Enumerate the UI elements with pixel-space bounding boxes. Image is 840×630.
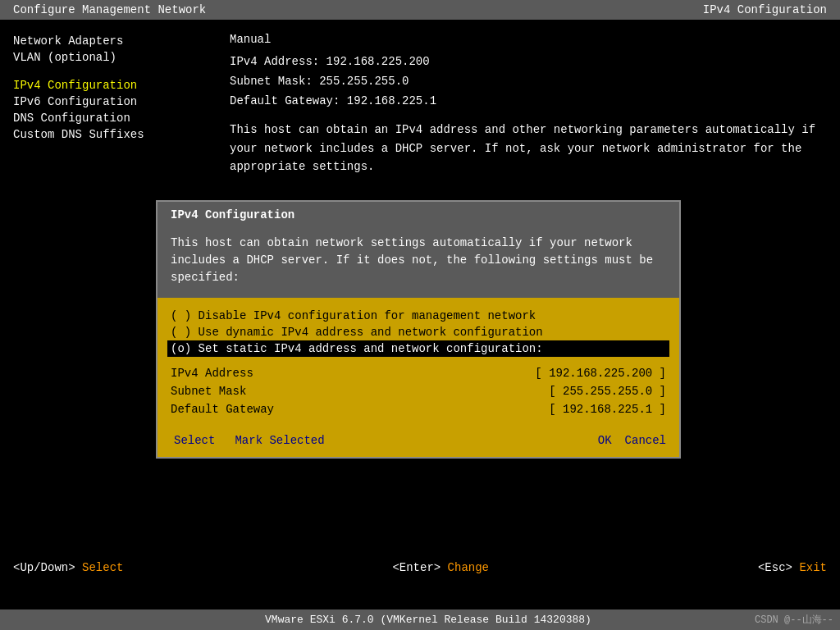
top-bar: Configure Management Network IPv4 Config… — [0, 0, 840, 20]
option-static[interactable]: (o) Set static IPv4 address and network … — [167, 340, 669, 357]
mark-selected-label: Mark Selected — [235, 434, 324, 447]
field-gateway: Default Gateway [ 192.168.225.1 ] — [171, 401, 666, 418]
option-dynamic[interactable]: ( ) Use dynamic IPv4 address and network… — [171, 324, 666, 340]
ok-label[interactable]: OK — [598, 434, 612, 447]
bottom-change-action: Change — [448, 561, 489, 574]
bottom-esc-key: <Esc> — [758, 561, 792, 574]
menu-item-ipv4-config[interactable]: IPv4 Configuration — [13, 77, 226, 94]
right-panel: Manual IPv4 Address: 192.168.225.200 Sub… — [230, 33, 827, 176]
ipv4-address-info: IPv4 Address: 192.168.225.200 — [230, 52, 827, 72]
ipv4-config-dialog: IPv4 Configuration This host can obtain … — [156, 200, 681, 459]
menu-item-dns-config[interactable]: DNS Configuration — [13, 110, 226, 126]
menu-item-network-adapters[interactable]: Network Adapters — [13, 33, 226, 49]
top-bar-right: IPv4 Configuration — [703, 3, 827, 16]
field-subnet-value[interactable]: [ 255.255.255.0 ] — [549, 385, 666, 398]
field-gateway-label: Default Gateway — [171, 403, 285, 416]
field-ipv4-label: IPv4 Address — [171, 367, 285, 380]
dialog-description: This host can obtain network settings au… — [158, 228, 679, 298]
csdn-info: CSDN @--山海-- — [755, 613, 837, 627]
cancel-label[interactable]: Cancel — [625, 434, 666, 447]
default-gateway-info: Default Gateway: 192.168.225.1 — [230, 92, 827, 112]
right-description: This host can obtain an IPv4 address and… — [230, 121, 827, 176]
bottom-left: <Up/Down> Select — [13, 561, 123, 574]
left-menu: Network Adapters VLAN (optional) IPv4 Co… — [13, 33, 226, 143]
field-ipv4: IPv4 Address [ 192.168.225.200 ] — [171, 365, 666, 381]
bottom-select-action: Select — [82, 561, 123, 574]
bottom-right: <Esc> Exit — [758, 561, 827, 574]
field-ipv4-value[interactable]: [ 192.168.225.200 ] — [535, 367, 666, 380]
bottom-enter-key: <Enter> — [392, 561, 441, 574]
field-gateway-value[interactable]: [ 192.168.225.1 ] — [549, 403, 666, 416]
field-subnet: Subnet Mask [ 255.255.255.0 ] — [171, 383, 666, 399]
subnet-mask-info: Subnet Mask: 255.255.255.0 — [230, 72, 827, 92]
menu-item-custom-dns[interactable]: Custom DNS Suffixes — [13, 126, 226, 143]
top-bar-left: Configure Management Network — [13, 3, 206, 16]
select-label: Select — [174, 434, 215, 447]
bottom-updown-key: <Up/Down> — [13, 561, 75, 574]
menu-item-ipv6-config[interactable]: IPv6 Configuration — [13, 94, 226, 110]
vmware-info: VMware ESXi 6.7.0 (VMKernel Release Buil… — [102, 614, 755, 626]
menu-item-spacer — [13, 66, 226, 77]
bottom-bar: <Up/Down> Select <Enter> Change <Esc> Ex… — [0, 558, 840, 578]
footer-bar: VMware ESXi 6.7.0 (VMKernel Release Buil… — [0, 609, 840, 630]
dialog-footer: Select Mark Selected OK Cancel — [158, 427, 679, 457]
right-info: IPv4 Address: 192.168.225.200 Subnet Mas… — [230, 52, 827, 176]
bottom-center: <Enter> Change — [392, 561, 489, 574]
dialog-body: ( ) Disable IPv4 configuration for manag… — [158, 298, 679, 427]
mode-label: Manual — [230, 33, 827, 46]
bottom-exit-action: Exit — [799, 561, 827, 574]
option-disable[interactable]: ( ) Disable IPv4 configuration for manag… — [171, 308, 666, 324]
dialog-title: IPv4 Configuration — [158, 202, 679, 228]
menu-item-vlan[interactable]: VLAN (optional) — [13, 49, 226, 66]
field-subnet-label: Subnet Mask — [171, 385, 285, 398]
